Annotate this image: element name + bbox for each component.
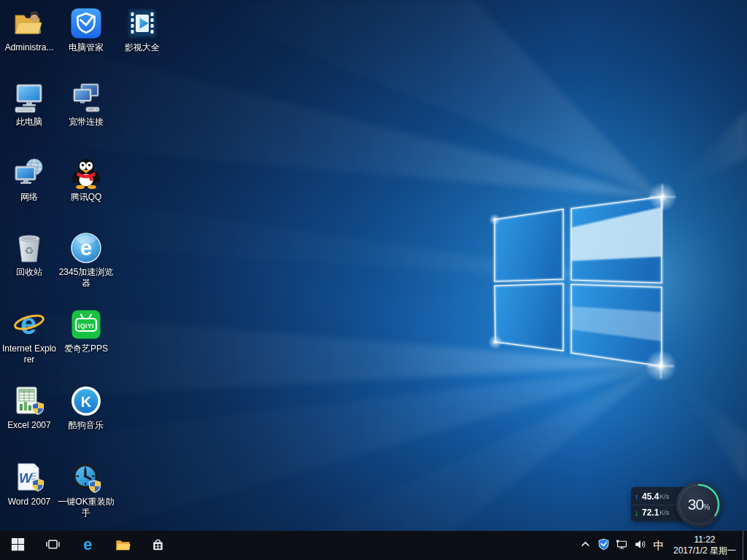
icon-label: 此电脑 [1,117,58,128]
clock-tool-icon [69,460,104,495]
taskbar: e [0,531,747,560]
svg-text:K: K [81,394,92,410]
edge-button[interactable]: e [70,531,105,560]
store-button[interactable] [140,531,175,560]
folder-icon [115,536,131,556]
icon-label: 电脑管家 [58,42,115,53]
desktop-icon-onekey-reinstall[interactable]: 一键OK重装助手 [58,460,115,518]
tray-volume[interactable] [631,531,649,560]
ethernet-icon [616,538,628,553]
icon-label: 宽带连接 [58,117,115,128]
desktop-icon-administrator[interactable]: Administra... [1,6,58,53]
task-view-button[interactable] [35,531,70,560]
system-tray: 中 11:22 2017/1/2 星期一 [576,531,747,560]
desktop-icon-movie-collection[interactable]: 影视大全 [114,6,171,53]
icon-label: 影视大全 [114,42,171,53]
tray-pc-manager[interactable] [595,531,613,560]
qq-penguin-icon [69,155,104,190]
upload-value: 45.4 [642,491,659,502]
icon-label: 酷狗音乐 [58,420,115,431]
icon-label: 一键OK重装助手 [58,497,115,518]
network-globe-icon [12,155,47,190]
iqiyi-tv-icon: iQIYI [69,307,104,342]
svg-text:iQIYI: iQIYI [78,322,94,330]
desktop-icon-internet-explorer[interactable]: e Internet Explorer [1,307,58,365]
download-arrow-icon: ↓ [635,508,642,517]
speaker-icon [634,538,646,553]
excel-document-icon [12,384,47,419]
clock-time: 11:22 [673,534,736,545]
computer-icon [12,80,47,115]
clock-date: 2017/1/2 星期一 [673,545,736,556]
hidden-icons-chevron[interactable] [576,531,595,560]
recycle-bin-icon: ♻ [12,230,47,265]
desktop-icon-this-pc[interactable]: 此电脑 [1,80,58,128]
icon-label: 网络 [1,192,58,203]
two-computers-icon [69,80,104,115]
store-bag-icon [150,536,166,556]
icon-label: 爱奇艺PPS [58,343,115,354]
memory-percent: 30% [688,496,710,513]
user-folder-icon [12,6,47,41]
kugou-k-icon: K [69,384,104,419]
start-button[interactable] [0,531,35,560]
shield-icon [69,6,104,41]
icon-label: Excel 2007 [1,420,58,431]
taskbar-clock[interactable]: 11:22 2017/1/2 星期一 [668,534,743,556]
icon-label: 腾讯QQ [58,192,115,203]
icon-label: Administra... [1,42,58,53]
desktop-icon-broadband[interactable]: 宽带连接 [58,80,115,128]
desktop-icon-recycle-bin[interactable]: ♻ 回收站 [1,230,58,278]
svg-text:e: e [20,308,36,340]
word-document-icon: W [12,460,47,495]
desktop-icon-excel-2007[interactable]: Excel 2007 [1,384,58,431]
desktop-icon-word-2007[interactable]: W Word 2007 [1,460,58,508]
film-play-icon [125,6,160,41]
input-method-indicator[interactable]: 中 [649,539,668,553]
desktop-icon-kugou[interactable]: K 酷狗音乐 [58,384,115,431]
svg-text:♻: ♻ [24,244,34,257]
tray-network[interactable] [613,531,631,560]
desktop-icon-qq[interactable]: 腾讯QQ [58,155,115,203]
icon-label: 2345加速浏览器 [58,267,115,289]
desktop-icon-iqiyi[interactable]: iQIYI 爱奇艺PPS [58,307,115,354]
svg-text:W: W [19,470,34,486]
svg-text:e: e [80,236,93,260]
desktop-icon-network[interactable]: 网络 [1,155,58,203]
icon-label: Word 2007 [1,497,58,508]
upload-arrow-icon: ↑ [635,492,642,501]
shield-icon [597,538,610,553]
download-value: 72.1 [642,508,659,518]
accelerator-ball[interactable]: 30% [676,482,721,527]
windows-desktop: Administra... 此电脑 网络 [0,0,747,560]
edge-icon: e [80,536,96,556]
download-unit: K/s [659,509,669,516]
icon-label: 回收站 [1,267,58,278]
icon-label: Internet Explorer [1,343,58,365]
show-desktop-button[interactable] [743,531,747,560]
task-view-icon [44,536,61,556]
browser-e-icon: e [69,230,104,265]
chevron-up-icon [579,538,592,553]
file-explorer-button[interactable] [105,531,140,560]
internet-explorer-icon: e [12,307,47,342]
svg-text:e: e [83,536,92,553]
desktop-icon-2345-browser[interactable]: e 2345加速浏览器 [58,230,115,289]
windows-logo-icon [9,536,26,556]
upload-unit: K/s [659,493,669,500]
desktop-icon-pc-manager[interactable]: 电脑管家 [58,6,115,53]
